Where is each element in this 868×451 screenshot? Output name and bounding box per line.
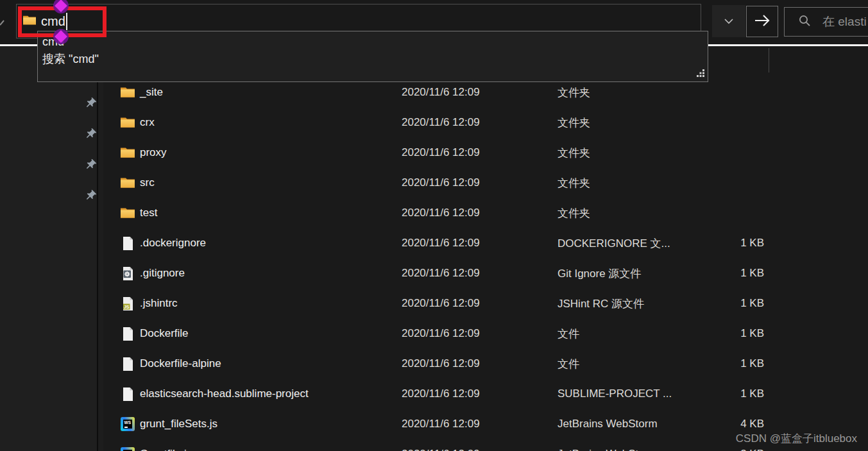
file-name: src [140, 176, 155, 189]
file-type-icon [121, 146, 135, 160]
address-autocomplete-dropdown: cmd 搜索 "cmd" [37, 31, 708, 82]
chevron-down-icon [724, 15, 733, 27]
file-kind: Git Ignore 源文件 [557, 266, 641, 281]
file-type-icon [121, 115, 135, 130]
file-type-icon [121, 387, 135, 401]
folder-icon [121, 147, 135, 158]
file-size: 3 KB [713, 448, 764, 451]
table-row[interactable]: Dockerfile 2020/11/6 12:09 文件 1 KB [103, 319, 868, 349]
pin-icon[interactable] [84, 97, 97, 110]
table-row[interactable]: .dockerignore 2020/11/6 12:09 DOCKERIGNO… [103, 228, 868, 259]
file-size: 1 KB [713, 267, 764, 280]
file-name: proxy [140, 146, 167, 159]
file-size: 1 KB [713, 237, 764, 250]
svg-text:JS: JS [123, 304, 129, 309]
address-dropdown-button[interactable] [712, 5, 745, 37]
file-date: 2020/11/6 12:09 [402, 297, 480, 310]
file-kind: JetBrains WebStorm [557, 448, 658, 451]
file-icon [123, 237, 133, 250]
file-kind: 文件 [557, 327, 579, 341]
file-size: 1 KB [713, 327, 764, 340]
file-name: crx [140, 116, 155, 129]
file-date: 2020/11/6 12:09 [402, 86, 480, 99]
file-kind: 文件夹 [557, 85, 590, 100]
file-list: _site 2020/11/6 12:09 文件夹 crx 2020/11/6 … [103, 46, 868, 451]
file-size: 1 KB [713, 387, 764, 400]
file-kind: JetBrains WebStorm [557, 418, 658, 430]
folder-icon [121, 207, 135, 219]
pin-icon[interactable] [84, 158, 97, 171]
file-date: 2020/11/6 12:09 [402, 146, 480, 159]
folder-icon [121, 87, 135, 98]
file-kind: DOCKERIGNORE 文... [557, 236, 670, 251]
file-kind: 文件 [557, 357, 579, 371]
nav-scrollbar-track[interactable] [98, 46, 103, 451]
table-row[interactable]: proxy 2020/11/6 12:09 文件夹 [103, 138, 868, 168]
file-date: 2020/11/6 12:09 [402, 448, 480, 451]
table-row[interactable]: crx 2020/11/6 12:09 文件夹 [103, 108, 868, 138]
file-type-icon [121, 357, 135, 371]
file-date: 2020/11/6 12:09 [402, 207, 480, 219]
file-type-icon [121, 266, 135, 280]
table-row[interactable]: test 2020/11/6 12:09 文件夹 [103, 198, 868, 228]
watermark: CSDN @蓝盒子itbluebox [736, 431, 857, 446]
file-size: 1 KB [713, 357, 764, 370]
webstorm-icon: WS [121, 447, 135, 451]
cut-off-nav-icon [0, 17, 5, 29]
search-icon [799, 15, 811, 30]
file-name: Gruntfile.js [140, 448, 192, 451]
file-name: grunt_fileSets.js [140, 418, 217, 430]
file-kind: 文件夹 [557, 176, 590, 191]
navigation-pane [0, 46, 97, 451]
file-icon [123, 327, 133, 341]
go-button[interactable] [746, 6, 778, 37]
folder-icon [121, 117, 135, 128]
file-date: 2020/11/6 12:09 [402, 237, 480, 250]
file-date: 2020/11/6 12:09 [402, 357, 480, 370]
file-explorer-window: cmd 在 elasti cmd 搜索 "cmd" [0, 0, 868, 451]
file-size: 1 KB [713, 297, 764, 310]
file-kind: 文件夹 [557, 146, 590, 160]
file-size: 4 KB [713, 418, 764, 430]
search-placeholder: 在 elasti [822, 13, 867, 30]
gitignore-file-icon [123, 267, 133, 280]
file-kind: 文件夹 [557, 115, 590, 130]
table-row[interactable]: src 2020/11/6 12:09 文件夹 [103, 168, 868, 198]
file-type-icon [121, 327, 135, 341]
table-row[interactable]: JS .jshintrc 2020/11/6 12:09 JSHint RC 源… [103, 289, 868, 319]
file-type-icon: WS [121, 447, 135, 451]
file-type-icon [121, 176, 135, 190]
file-icon [123, 357, 133, 371]
file-date: 2020/11/6 12:09 [402, 387, 480, 400]
file-name: .gitignore [140, 267, 185, 280]
pin-icon[interactable] [84, 128, 97, 140]
autocomplete-item-search-cmd[interactable]: 搜索 "cmd" [42, 51, 99, 67]
file-kind: 文件夹 [557, 206, 590, 221]
file-type-icon: JS [121, 296, 135, 311]
file-name: Dockerfile [140, 327, 189, 340]
file-date: 2020/11/6 12:09 [402, 418, 480, 430]
file-name: Dockerfile-alpine [140, 357, 221, 370]
folder-icon [121, 177, 135, 189]
file-name: test [140, 207, 157, 219]
pin-icon[interactable] [84, 189, 97, 202]
file-type-icon [121, 236, 135, 250]
file-date: 2020/11/6 12:09 [402, 327, 480, 340]
file-type-icon: WS [121, 417, 135, 431]
file-type-icon [121, 206, 135, 220]
table-row[interactable]: elasticsearch-head.sublime-project 2020/… [103, 379, 868, 409]
search-input[interactable]: 在 elasti [784, 7, 868, 37]
table-row[interactable]: Dockerfile-alpine 2020/11/6 12:09 文件 1 K… [103, 349, 868, 379]
file-name: elasticsearch-head.sublime-project [140, 387, 309, 400]
file-date: 2020/11/6 12:09 [402, 176, 480, 189]
file-date: 2020/11/6 12:09 [402, 267, 480, 280]
resize-grip[interactable] [697, 69, 705, 80]
table-row[interactable]: .gitignore 2020/11/6 12:09 Git Ignore 源文… [103, 259, 868, 289]
file-name: .jshintrc [140, 297, 178, 310]
file-date: 2020/11/6 12:09 [402, 116, 480, 129]
file-type-icon [121, 85, 135, 99]
file-name: .dockerignore [140, 237, 206, 250]
webstorm-icon: WS [121, 417, 135, 431]
file-kind: SUBLIME-PROJECT ... [557, 387, 672, 400]
file-icon [123, 387, 133, 401]
